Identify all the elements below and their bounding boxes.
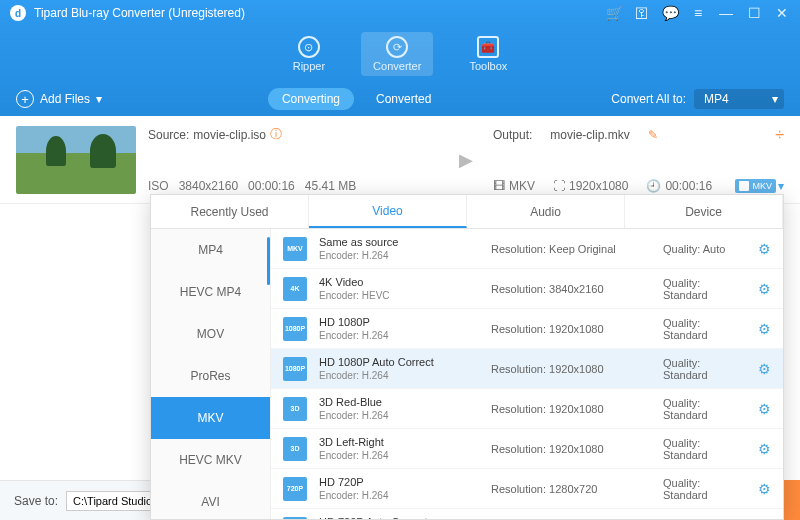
tab-audio[interactable]: Audio xyxy=(467,195,625,228)
titlebar: d Tipard Blu-ray Converter (Unregistered… xyxy=(0,0,800,26)
edit-icon[interactable]: ✎ xyxy=(648,128,658,142)
feedback-icon[interactable]: 💬 xyxy=(662,5,678,21)
expand-icon: ⛶ xyxy=(553,179,565,193)
info-icon[interactable]: ⓘ xyxy=(270,126,282,143)
gear-icon[interactable]: ⚙ xyxy=(758,281,771,297)
nav-converter-label: Converter xyxy=(373,60,421,72)
format-item-mkv[interactable]: MKV xyxy=(151,397,270,439)
preset-item[interactable]: 4K4K VideoEncoder: HEVCResolution: 3840x… xyxy=(271,269,783,309)
gear-icon[interactable]: ⚙ xyxy=(758,401,771,417)
preset-item[interactable]: 3D3D Red-BlueEncoder: H.264Resolution: 1… xyxy=(271,389,783,429)
preset-icon: 720P xyxy=(283,477,307,501)
convert-all-value: MP4 xyxy=(704,92,729,106)
minimize-icon[interactable]: — xyxy=(718,5,734,21)
convert-all-select[interactable]: MP4 xyxy=(694,89,784,109)
preset-icon: 4K xyxy=(283,277,307,301)
source-dur: 00:00:16 xyxy=(248,179,295,193)
menu-icon[interactable]: ≡ xyxy=(690,5,706,21)
format-item-hevcmkv[interactable]: HEVC MKV xyxy=(151,439,270,481)
preset-item[interactable]: 720PHD 720P Auto CorrectEncoder: H.264Re… xyxy=(271,509,783,519)
preset-quality: Quality: Standard xyxy=(663,517,746,520)
iso-label: ISO xyxy=(148,179,169,193)
source-label: Source: xyxy=(148,128,189,142)
convert-all-label: Convert All to: xyxy=(611,92,686,106)
format-item-avi[interactable]: AVI xyxy=(151,481,270,519)
preset-item[interactable]: MKVSame as sourceEncoder: H.264Resolutio… xyxy=(271,229,783,269)
format-item-mp4[interactable]: MP4 xyxy=(151,229,270,271)
preset-icon: 1080P xyxy=(283,317,307,341)
clock-icon: 🕘 xyxy=(646,179,661,193)
preset-resolution: Resolution: Keep Original xyxy=(491,243,651,255)
gear-icon[interactable]: ⚙ xyxy=(758,441,771,457)
preset-quality: Quality: Standard xyxy=(663,277,746,301)
preset-quality: Quality: Standard xyxy=(663,477,746,501)
film-icon: 🎞 xyxy=(493,179,505,193)
format-list[interactable]: MP4HEVC MP4MOVProResMKVHEVC MKVAVI5K/8K … xyxy=(151,229,271,519)
tab-video[interactable]: Video xyxy=(309,195,467,228)
nav-ripper[interactable]: ⊙ Ripper xyxy=(281,32,337,76)
save-to-label: Save to: xyxy=(14,494,58,508)
format-item-mov[interactable]: MOV xyxy=(151,313,270,355)
split-icon[interactable]: ÷ xyxy=(775,126,784,144)
file-row[interactable]: Source: movie-clip.iso ⓘ ISO 3840x2160 0… xyxy=(0,116,800,204)
tab-converting[interactable]: Converting xyxy=(268,88,354,110)
nav-toolbox[interactable]: 🧰 Toolbox xyxy=(457,32,519,76)
tab-device[interactable]: Device xyxy=(625,195,783,228)
preset-quality: Quality: Standard xyxy=(663,437,746,461)
gear-icon[interactable]: ⚙ xyxy=(758,481,771,497)
preset-resolution: Resolution: 1920x1080 xyxy=(491,363,651,375)
nav-converter[interactable]: ⟳ Converter xyxy=(361,32,433,76)
gear-icon[interactable]: ⚙ xyxy=(758,361,771,377)
arrow-icon: ▶ xyxy=(459,149,473,171)
nav-toolbox-label: Toolbox xyxy=(469,60,507,72)
preset-item[interactable]: 3D3D Left-RightEncoder: H.264Resolution:… xyxy=(271,429,783,469)
add-files-button[interactable]: + Add Files ▾ xyxy=(16,90,102,108)
cart-icon[interactable]: 🛒 xyxy=(606,5,622,21)
tab-converted[interactable]: Converted xyxy=(362,88,445,110)
preset-main: 4K VideoEncoder: HEVC xyxy=(319,275,479,302)
preset-resolution: Resolution: 1920x1080 xyxy=(491,323,651,335)
preset-list[interactable]: MKVSame as sourceEncoder: H.264Resolutio… xyxy=(271,229,783,519)
source-value: movie-clip.iso xyxy=(193,128,266,142)
chevron-down-icon[interactable]: ▾ xyxy=(778,179,784,193)
nav-ripper-label: Ripper xyxy=(293,60,325,72)
app-title: Tipard Blu-ray Converter (Unregistered) xyxy=(34,6,245,20)
preset-icon: MKV xyxy=(283,237,307,261)
preset-main: HD 720P Auto CorrectEncoder: H.264 xyxy=(319,515,479,519)
preset-item[interactable]: 1080PHD 1080PEncoder: H.264Resolution: 1… xyxy=(271,309,783,349)
gear-icon[interactable]: ⚙ xyxy=(758,321,771,337)
preset-icon: 720P xyxy=(283,517,307,520)
preset-icon: 3D xyxy=(283,437,307,461)
preset-resolution: Resolution: 1280x720 xyxy=(491,483,651,495)
preset-resolution: Resolution: 1920x1080 xyxy=(491,403,651,415)
preset-resolution: Resolution: 1920x1080 xyxy=(491,443,651,455)
preset-icon: 1080P xyxy=(283,357,307,381)
format-badge[interactable]: MKV xyxy=(735,179,776,193)
navbar: ⊙ Ripper ⟳ Converter 🧰 Toolbox xyxy=(0,26,800,82)
output-label: Output: xyxy=(493,128,532,142)
thumbnail[interactable] xyxy=(16,126,136,194)
preset-main: Same as sourceEncoder: H.264 xyxy=(319,235,479,262)
format-item-prores[interactable]: ProRes xyxy=(151,355,270,397)
gear-icon[interactable]: ⚙ xyxy=(758,241,771,257)
format-item-hevcmp4[interactable]: HEVC MP4 xyxy=(151,271,270,313)
preset-quality: Quality: Standard xyxy=(663,317,746,341)
preset-quality: Quality: Standard xyxy=(663,397,746,421)
close-icon[interactable]: ✕ xyxy=(774,5,790,21)
preset-item[interactable]: 720PHD 720PEncoder: H.264Resolution: 128… xyxy=(271,469,783,509)
maximize-icon[interactable]: ☐ xyxy=(746,5,762,21)
preset-main: 3D Red-BlueEncoder: H.264 xyxy=(319,395,479,422)
tab-recently-used[interactable]: Recently Used xyxy=(151,195,309,228)
preset-icon: 3D xyxy=(283,397,307,421)
source-info: Source: movie-clip.iso ⓘ ISO 3840x2160 0… xyxy=(148,126,439,193)
preset-main: HD 1080PEncoder: H.264 xyxy=(319,315,479,342)
preset-resolution: Resolution: 3840x2160 xyxy=(491,283,651,295)
key-icon[interactable]: ⚿ xyxy=(634,5,650,21)
scrollbar[interactable] xyxy=(267,237,270,285)
output-info: Output: movie-clip.mkv ✎ ÷ 🎞MKV ⛶1920x10… xyxy=(493,126,784,193)
preset-item[interactable]: 1080PHD 1080P Auto CorrectEncoder: H.264… xyxy=(271,349,783,389)
preset-quality: Quality: Standard xyxy=(663,357,746,381)
add-files-label: Add Files xyxy=(40,92,90,106)
output-format: MKV xyxy=(509,179,535,193)
preset-main: 3D Left-RightEncoder: H.264 xyxy=(319,435,479,462)
